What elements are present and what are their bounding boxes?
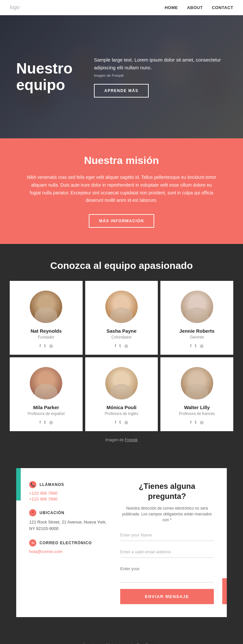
avatar-monica <box>105 367 138 399</box>
team-name-mila: Mila Parker <box>16 405 76 410</box>
avatar-sasha <box>105 291 138 323</box>
team-role-mila: Profesora de español <box>16 411 76 416</box>
instagram-icon[interactable]: ◎ <box>49 343 53 348</box>
twitter-icon[interactable]: 𝕥 <box>195 343 197 348</box>
hero-image-credit: Imagen de Freepik <box>94 74 227 77</box>
footer: Sample text. Click to select the Text El… <box>0 637 243 644</box>
hero-cta-button[interactable]: APRENDE MÁS <box>94 84 149 98</box>
teal-accent-decoration <box>16 468 21 500</box>
form-title: ¿Tienes alguna pregunta? <box>120 481 214 501</box>
team-section: Conozca al equipo apasionado Nat Reynold… <box>0 244 243 455</box>
twitter-icon[interactable]: 𝕥 <box>195 420 197 425</box>
name-input[interactable] <box>120 529 214 541</box>
form-note: Nuestra dirección de correo electrónico … <box>120 505 214 523</box>
avatar-nat <box>30 291 62 323</box>
hero-content: Nuestro equipo Sample large text. Lorem … <box>0 15 243 138</box>
team-social-jennie: f 𝕥 ◎ <box>167 343 227 348</box>
team-role-sasha: Cofundador <box>92 335 152 339</box>
address: 121 Rock Street, 21 Avenue, Nueva York, … <box>29 519 107 532</box>
team-name-nat: Nat Reynolds <box>16 328 76 334</box>
team-role-nat: Fundador <box>16 335 76 339</box>
phone-2[interactable]: +123 456 7890 <box>29 497 107 501</box>
hero-right: Sample large text. Lorem ipsum dolor sit… <box>94 56 227 98</box>
team-role-monica: Profesora de inglés <box>92 411 152 416</box>
location-label: UBICACIÓN <box>40 511 64 515</box>
twitter-icon[interactable]: 𝕥 <box>119 420 121 425</box>
logo: logo <box>10 5 19 10</box>
contact-form: ¿Tienes alguna pregunta? Nuestra direcci… <box>120 481 214 604</box>
mission-cta-button[interactable]: MÁS INFORMACIÓN <box>89 214 155 228</box>
contact-location-item: 📍 UBICACIÓN 121 Rock Street, 21 Avenue, … <box>29 509 107 532</box>
email-input[interactable] <box>120 546 214 558</box>
facebook-icon[interactable]: f <box>40 420 41 425</box>
team-social-monica: f 𝕥 ◎ <box>92 420 152 425</box>
location-icon: 📍 <box>29 509 36 516</box>
phone-icon: 📞 <box>29 481 36 488</box>
team-social-sasha: f 𝕥 ◎ <box>92 343 152 348</box>
hero-section: Nuestro equipo Sample large text. Lorem … <box>0 15 243 138</box>
freepik-link[interactable]: Freepik <box>125 438 138 442</box>
team-name-monica: Mónica Pouli <box>92 405 152 410</box>
email-address[interactable]: hola@correo.com <box>29 549 107 554</box>
team-card-sasha: Sasha Payne Cofundador f 𝕥 ◎ <box>85 281 158 355</box>
nav-home[interactable]: HOME <box>165 5 178 10</box>
team-name-walter: Walter Lilly <box>167 405 227 410</box>
instagram-icon[interactable]: ◎ <box>124 343 128 348</box>
team-role-walter: Profesora de francés <box>167 411 227 416</box>
team-title: Conozca al equipo apasionado <box>10 260 233 271</box>
message-input[interactable] <box>120 563 214 582</box>
phone-1[interactable]: +123 456 7890 <box>29 491 107 496</box>
team-card-nat: Nat Reynolds Fundador f 𝕥 ◎ <box>10 281 83 355</box>
avatar-walter <box>181 367 213 399</box>
nav-links: HOME ABOUT CONTACT <box>165 5 233 10</box>
contact-card: 📞 LLÁMANOS +123 456 7890 +123 456 7890 📍… <box>16 468 227 617</box>
team-grid: Nat Reynolds Fundador f 𝕥 ◎ Sasha Payne … <box>10 281 233 431</box>
team-social-walter: f 𝕥 ◎ <box>167 420 227 425</box>
avatar-mila <box>30 367 62 399</box>
facebook-icon[interactable]: f <box>115 420 116 425</box>
nav-about[interactable]: ABOUT <box>187 5 203 10</box>
team-card-jennie: Jennie Roberts Gerente f 𝕥 ◎ <box>160 281 233 355</box>
team-social-nat: f 𝕥 ◎ <box>16 343 76 348</box>
instagram-icon[interactable]: ◎ <box>124 420 128 425</box>
email-label: CORREO ELECTRÓNICO <box>40 541 92 545</box>
navbar: logo HOME ABOUT CONTACT <box>0 0 243 15</box>
team-card-mila: Mila Parker Profesora de español f 𝕥 ◎ <box>10 357 83 431</box>
contact-email-item: ✉ CORREO ELECTRÓNICO hola@correo.com <box>29 539 107 554</box>
footer-text: Sample text. Click to select the Text El… <box>6 643 237 644</box>
twitter-icon[interactable]: 𝕥 <box>119 343 121 348</box>
team-card-monica: Mónica Pouli Profesora de inglés f 𝕥 ◎ <box>85 357 158 431</box>
instagram-icon[interactable]: ◎ <box>200 420 203 425</box>
team-name-sasha: Sasha Payne <box>92 328 152 334</box>
instagram-icon[interactable]: ◎ <box>49 420 53 425</box>
nav-contact[interactable]: CONTACT <box>212 5 233 10</box>
contact-section: 📞 LLÁMANOS +123 456 7890 +123 456 7890 📍… <box>0 455 243 636</box>
facebook-icon[interactable]: f <box>40 343 41 348</box>
facebook-icon[interactable]: f <box>190 343 191 348</box>
contact-info: 📞 LLÁMANOS +123 456 7890 +123 456 7890 📍… <box>29 481 107 604</box>
team-image-credit: Imagen de Freepik <box>10 438 233 442</box>
facebook-icon[interactable]: f <box>115 343 116 348</box>
coral-accent-decoration <box>222 578 227 604</box>
instagram-icon[interactable]: ◎ <box>200 343 203 348</box>
phone-label: LLÁMANOS <box>40 482 64 487</box>
team-role-jennie: Gerente <box>167 335 227 339</box>
team-name-jennie: Jennie Roberts <box>167 328 227 334</box>
email-icon: ✉ <box>29 539 36 546</box>
mission-text: Nibh venenatis cras sed felis eget velit… <box>26 174 217 204</box>
mission-section: Nuestra misión Nibh venenatis cras sed f… <box>0 138 243 244</box>
mission-title: Nuestra misión <box>26 155 217 167</box>
hero-title: Nuestro equipo <box>16 60 81 93</box>
team-social-mila: f 𝕥 ◎ <box>16 420 76 425</box>
twitter-icon[interactable]: 𝕥 <box>44 343 46 348</box>
team-card-walter: Walter Lilly Profesora de francés f 𝕥 ◎ <box>160 357 233 431</box>
twitter-icon[interactable]: 𝕥 <box>44 420 46 425</box>
submit-button[interactable]: ENVIAR MENSAJE <box>120 589 214 604</box>
facebook-icon[interactable]: f <box>190 420 191 425</box>
contact-phone-item: 📞 LLÁMANOS +123 456 7890 +123 456 7890 <box>29 481 107 501</box>
avatar-jennie <box>181 291 213 323</box>
hero-description: Sample large text. Lorem ipsum dolor sit… <box>94 56 227 72</box>
